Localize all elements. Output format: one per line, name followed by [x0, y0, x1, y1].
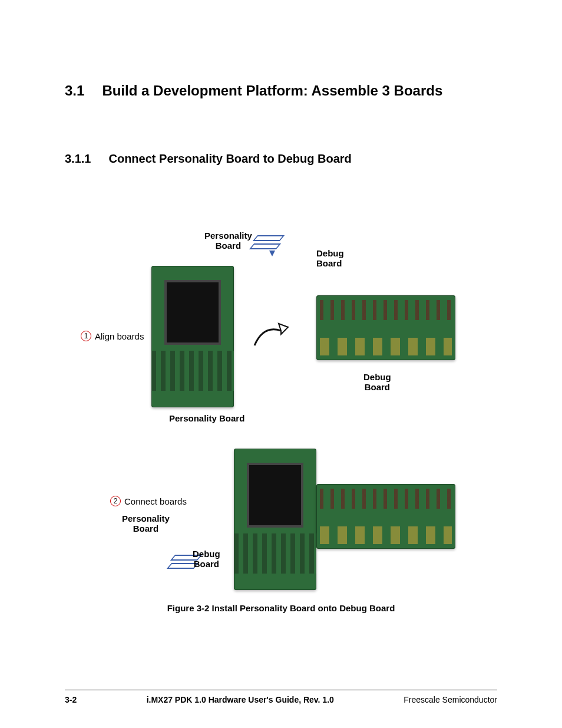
- text: Debug: [316, 248, 344, 258]
- step-1-label: 1 Align boards: [81, 331, 144, 341]
- stack-debug-label: Debug Board: [193, 549, 220, 569]
- section-heading: 3.1 Build a Development Platform: Assemb…: [65, 83, 497, 99]
- figure-caption: Figure 3-2 Install Personality Board ont…: [81, 603, 481, 613]
- text: Personality: [204, 230, 252, 241]
- personality-board-image: [151, 266, 234, 407]
- text: Board: [133, 523, 158, 533]
- text: Debug: [193, 549, 220, 559]
- page-number: 3-2: [65, 695, 77, 704]
- text: Align boards: [95, 331, 144, 341]
- section-number: 3.1: [65, 83, 84, 99]
- debug-board-image: [316, 295, 455, 360]
- text: Board: [216, 241, 241, 251]
- text: Debug: [363, 372, 391, 382]
- step-2-label: 2 Connect boards: [110, 496, 187, 506]
- debug-board-label-top: Debug Board: [316, 248, 344, 268]
- page-footer: 3-2 i.MX27 PDK 1.0 Hardware User's Guide…: [65, 695, 497, 704]
- text: Personality: [122, 513, 170, 523]
- text: Board: [316, 258, 342, 268]
- figure-container: Personality Board Debug Board 1 Align bo…: [81, 230, 481, 608]
- text: Board: [194, 559, 219, 569]
- step-1-number: 1: [81, 331, 91, 341]
- subsection-title: Connect Personality Board to Debug Board: [108, 152, 351, 166]
- subsection-number: 3.1.1: [65, 152, 91, 166]
- footer-title: i.MX27 PDK 1.0 Hardware User's Guide, Re…: [147, 695, 334, 704]
- personality-board-caption: Personality Board: [169, 413, 244, 423]
- arrow-icon: [252, 319, 293, 354]
- footer-company: Freescale Semiconductor: [404, 695, 497, 704]
- footer-divider: [65, 690, 497, 690]
- personality-board-label-top: Personality Board: [204, 230, 252, 251]
- stack-diagram-icon: [252, 235, 287, 259]
- step-2-number: 2: [110, 496, 121, 506]
- text: Connect boards: [124, 496, 187, 506]
- subsection-heading: 3.1.1 Connect Personality Board to Debug…: [65, 152, 497, 166]
- stack-personality-label: Personality Board: [122, 513, 170, 533]
- debug-board-image: [316, 484, 455, 549]
- text: Board: [365, 382, 390, 392]
- debug-board-caption: Debug Board: [363, 372, 391, 392]
- personality-board-image: [234, 449, 316, 590]
- section-title: Build a Development Platform: Assemble 3…: [102, 83, 442, 99]
